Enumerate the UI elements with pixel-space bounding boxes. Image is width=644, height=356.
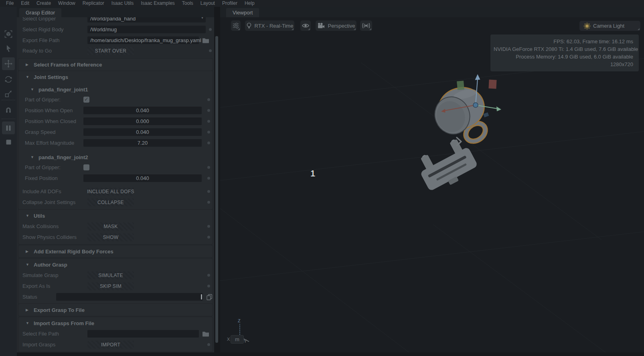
cursor-select-tool-button[interactable] <box>2 42 15 55</box>
menu-file[interactable]: File <box>2 0 17 7</box>
tab-grasp-editor[interactable]: Grasp Editor <box>19 8 61 17</box>
axis-z-label: Z <box>238 318 241 323</box>
mug-model-selected[interactable] <box>429 82 489 145</box>
menu-tools[interactable]: Tools <box>178 0 197 7</box>
select-file-path-input[interactable] <box>87 330 199 338</box>
menu-bar: File Edit Create Window Replicator Isaac… <box>0 0 644 7</box>
revert-icon[interactable] <box>209 28 212 31</box>
revert-icon[interactable] <box>207 201 210 204</box>
select-frames-header[interactable]: ▶ Select Frames of Reference <box>18 59 213 70</box>
position-when-open-input[interactable]: 0.040 <box>83 107 202 114</box>
utils-header[interactable]: ▼ Utils <box>18 210 213 221</box>
import-grasps-header[interactable]: ▼ Import Grasps From File <box>18 318 213 328</box>
collapse-button[interactable]: COLLAPSE <box>87 198 134 206</box>
import-button[interactable]: IMPORT <box>87 341 134 349</box>
include-all-dofs-button[interactable]: INCLUDE ALL DOFS <box>87 188 134 196</box>
panel-scrollbar[interactable] <box>215 36 218 343</box>
pause-button[interactable] <box>2 121 15 134</box>
visibility-button[interactable] <box>300 20 311 31</box>
revert-icon[interactable] <box>207 142 210 144</box>
gizmo-z-axis-arrow[interactable] <box>475 74 480 80</box>
revert-icon[interactable] <box>207 236 210 239</box>
add-external-forces-header[interactable]: ▶ Add External Rigid Body Forces <box>18 246 213 257</box>
fixed-position-input[interactable]: 0.040 <box>83 174 202 182</box>
magnet-icon <box>4 105 13 114</box>
scale-tool-button[interactable] <box>2 87 15 100</box>
copy-status-button[interactable] <box>206 294 213 300</box>
select-prim-icon <box>4 30 13 38</box>
menu-layout[interactable]: Layout <box>197 0 219 7</box>
select-rigid-body-input[interactable]: /World/mug <box>87 26 206 33</box>
gizmo-plane-handle[interactable] <box>483 112 489 117</box>
ready-to-go-label: Ready to Go <box>22 48 87 54</box>
revert-icon[interactable] <box>207 131 210 134</box>
menu-edit[interactable]: Edit <box>17 0 33 7</box>
select-gripper-dropdown[interactable]: /World/panda_hand ▾ <box>87 17 206 22</box>
camera-light-button[interactable]: Camera Light <box>579 21 640 31</box>
frame-marker-1[interactable]: 1 <box>310 168 315 179</box>
grid-lines <box>220 59 644 352</box>
snap-tool-button[interactable] <box>2 103 15 116</box>
revert-icon[interactable] <box>207 285 210 287</box>
part-of-gripper-checkbox[interactable] <box>83 97 89 103</box>
scene-unit-button[interactable]: m <box>231 335 244 344</box>
row-mask-collisions: Mask Collisions MASK <box>18 221 213 232</box>
menu-profiler[interactable]: Profiler <box>219 0 241 7</box>
frame-handle-red[interactable] <box>488 80 496 89</box>
part-of-gripper-checkbox[interactable] <box>83 164 89 170</box>
joint2-header[interactable]: ▼ panda_finger_joint2 <box>18 152 213 162</box>
cursor-icon <box>4 44 13 53</box>
rotate-tool-button[interactable] <box>2 73 15 86</box>
field-scroll-handle[interactable] <box>201 294 202 299</box>
revert-icon[interactable] <box>207 120 210 123</box>
stop-button[interactable] <box>2 136 15 148</box>
select-prim-tool-button[interactable] <box>2 28 15 40</box>
show-button[interactable]: SHOW <box>87 233 134 241</box>
menu-isaac-utils[interactable]: Isaac Utils <box>108 0 137 7</box>
joint1-title: panda_finger_joint1 <box>38 87 88 93</box>
menu-replicator[interactable]: Replicator <box>79 0 108 7</box>
viewport-settings-button[interactable] <box>231 20 241 31</box>
menu-isaac-examples[interactable]: Isaac Examples <box>137 0 178 7</box>
gripper-model[interactable] <box>413 135 480 195</box>
revert-icon[interactable] <box>207 343 210 346</box>
grasp-speed-input[interactable]: 0.040 <box>83 128 202 136</box>
tab-viewport[interactable]: Viewport <box>226 8 259 17</box>
menu-help[interactable]: Help <box>241 0 258 7</box>
status-field[interactable] <box>56 293 203 301</box>
revert-icon[interactable] <box>207 177 210 180</box>
revert-icon[interactable] <box>207 225 210 228</box>
expanded-triangle-icon: ▼ <box>30 87 34 91</box>
menu-create[interactable]: Create <box>33 0 55 7</box>
lightbulb-icon <box>246 22 252 29</box>
viewport-render-area[interactable]: X Y Z 1 RTX <box>220 17 644 352</box>
revert-icon[interactable] <box>209 49 212 52</box>
frame-handle-green[interactable] <box>457 81 464 90</box>
skip-sim-button[interactable]: SKIP SIM <box>87 282 134 290</box>
gizmo-center-handle[interactable] <box>473 103 478 107</box>
menu-window[interactable]: Window <box>55 0 79 7</box>
move-tool-button[interactable] <box>2 57 15 70</box>
revert-icon[interactable] <box>207 109 210 112</box>
start-over-button[interactable]: START OVER <box>87 47 134 55</box>
mask-button[interactable]: MASK <box>87 222 134 231</box>
revert-icon[interactable] <box>207 190 210 193</box>
joint1-header[interactable]: ▼ panda_finger_joint1 <box>18 85 213 94</box>
revert-icon[interactable] <box>207 98 210 101</box>
browse-folder-button[interactable] <box>202 331 209 337</box>
camera-selector-button[interactable]: Perspective <box>316 20 356 31</box>
gizmo-y-axis-arrow[interactable] <box>496 107 501 111</box>
simulate-button[interactable]: SIMULATE <box>87 271 134 279</box>
renderer-selector-button[interactable]: RTX - Real-Time <box>245 20 294 31</box>
export-file-path-input[interactable]: /home/arudich/Desktop/franka_mug_grasp.y… <box>87 36 199 44</box>
revert-icon[interactable] <box>207 166 210 169</box>
export-grasp-header[interactable]: ▶ Export Grasp To File <box>18 305 213 315</box>
author-grasp-header[interactable]: ▼ Author Grasp <box>18 259 213 270</box>
max-effort-magnitude-input[interactable]: 7.20 <box>83 139 202 147</box>
revert-icon[interactable] <box>207 274 210 277</box>
position-when-closed-input[interactable]: 0.000 <box>83 117 202 125</box>
frame-title: Export Grasp To File <box>34 307 85 313</box>
joint-settings-header[interactable]: ▼ Joint Settings <box>18 72 213 82</box>
capture-waypoint-button[interactable] <box>360 20 372 31</box>
position-when-open-value: 0.040 <box>136 107 149 113</box>
